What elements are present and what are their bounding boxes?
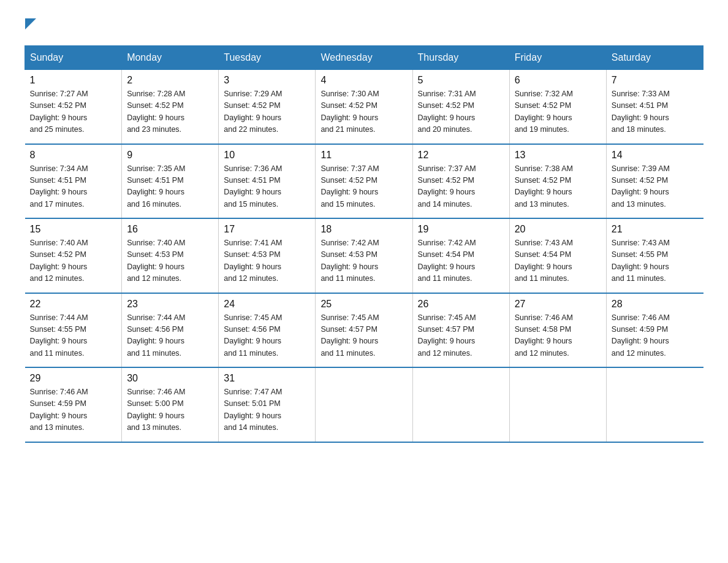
day-info: Sunrise: 7:42 AMSunset: 4:53 PMDaylight:…: [320, 239, 379, 283]
calendar-cell: 17 Sunrise: 7:41 AMSunset: 4:53 PMDaylig…: [219, 218, 316, 293]
day-number: 31: [224, 373, 310, 384]
day-number: 21: [612, 224, 699, 235]
day-info: Sunrise: 7:27 AMSunset: 4:52 PMDaylight:…: [30, 90, 88, 134]
logo: [25, 18, 37, 34]
calendar-week-row: 8 Sunrise: 7:34 AMSunset: 4:51 PMDayligh…: [25, 144, 703, 219]
day-number: 22: [30, 299, 117, 310]
calendar-cell: 20 Sunrise: 7:43 AMSunset: 4:54 PMDaylig…: [509, 218, 606, 293]
day-info: Sunrise: 7:46 AMSunset: 4:58 PMDaylight:…: [515, 313, 573, 358]
weekday-header-friday: Friday: [509, 46, 606, 70]
weekday-header-row: SundayMondayTuesdayWednesdayThursdayFrid…: [25, 46, 703, 70]
weekday-header-tuesday: Tuesday: [219, 46, 316, 70]
day-info: Sunrise: 7:45 AMSunset: 4:57 PMDaylight:…: [320, 313, 379, 358]
calendar-cell: 21 Sunrise: 7:43 AMSunset: 4:55 PMDaylig…: [606, 218, 703, 293]
calendar-cell: 1 Sunrise: 7:27 AMSunset: 4:52 PMDayligh…: [25, 70, 122, 144]
day-info: Sunrise: 7:29 AMSunset: 4:52 PMDaylight:…: [224, 90, 282, 134]
day-number: 19: [418, 224, 504, 235]
calendar-cell: 4 Sunrise: 7:30 AMSunset: 4:52 PMDayligh…: [316, 70, 412, 144]
day-number: 4: [320, 75, 407, 86]
day-number: 20: [515, 224, 601, 235]
calendar-week-row: 15 Sunrise: 7:40 AMSunset: 4:52 PMDaylig…: [25, 218, 703, 293]
day-info: Sunrise: 7:39 AMSunset: 4:52 PMDaylight:…: [612, 164, 670, 209]
day-number: 8: [30, 150, 117, 161]
logo-area: [25, 18, 37, 33]
day-number: 2: [127, 75, 213, 86]
calendar-cell: 19 Sunrise: 7:42 AMSunset: 4:54 PMDaylig…: [412, 218, 509, 293]
day-number: 1: [30, 75, 117, 86]
calendar-cell: 26 Sunrise: 7:45 AMSunset: 4:57 PMDaylig…: [412, 293, 509, 368]
day-info: Sunrise: 7:43 AMSunset: 4:55 PMDaylight:…: [612, 239, 670, 283]
day-info: Sunrise: 7:31 AMSunset: 4:52 PMDaylight:…: [418, 90, 476, 134]
day-info: Sunrise: 7:35 AMSunset: 4:51 PMDaylight:…: [127, 164, 185, 209]
day-info: Sunrise: 7:30 AMSunset: 4:52 PMDaylight:…: [320, 90, 379, 134]
day-info: Sunrise: 7:40 AMSunset: 4:53 PMDaylight:…: [127, 239, 185, 283]
calendar-week-row: 29 Sunrise: 7:46 AMSunset: 4:59 PMDaylig…: [25, 367, 703, 442]
day-info: Sunrise: 7:38 AMSunset: 4:52 PMDaylight:…: [515, 164, 573, 209]
day-number: 30: [127, 373, 213, 384]
day-number: 25: [320, 299, 407, 310]
calendar-cell: 7 Sunrise: 7:33 AMSunset: 4:51 PMDayligh…: [606, 70, 703, 144]
day-info: Sunrise: 7:44 AMSunset: 4:55 PMDaylight:…: [30, 313, 88, 358]
day-info: Sunrise: 7:43 AMSunset: 4:54 PMDaylight:…: [515, 239, 573, 283]
day-number: 16: [127, 224, 213, 235]
day-number: 14: [612, 150, 699, 161]
calendar-cell: 6 Sunrise: 7:32 AMSunset: 4:52 PMDayligh…: [509, 70, 606, 144]
calendar-cell: 13 Sunrise: 7:38 AMSunset: 4:52 PMDaylig…: [509, 144, 606, 219]
day-number: 27: [515, 299, 601, 310]
svg-marker-0: [25, 18, 36, 29]
weekday-header-thursday: Thursday: [412, 46, 509, 70]
calendar-cell: 14 Sunrise: 7:39 AMSunset: 4:52 PMDaylig…: [606, 144, 703, 219]
calendar-cell: 3 Sunrise: 7:29 AMSunset: 4:52 PMDayligh…: [219, 70, 316, 144]
calendar-cell: 16 Sunrise: 7:40 AMSunset: 4:53 PMDaylig…: [122, 218, 219, 293]
day-number: 13: [515, 150, 601, 161]
day-info: Sunrise: 7:37 AMSunset: 4:52 PMDaylight:…: [320, 164, 379, 209]
day-number: 10: [224, 150, 310, 161]
day-number: 26: [418, 299, 504, 310]
day-info: Sunrise: 7:32 AMSunset: 4:52 PMDaylight:…: [515, 90, 573, 134]
day-info: Sunrise: 7:46 AMSunset: 4:59 PMDaylight:…: [612, 313, 670, 358]
calendar-body: 1 Sunrise: 7:27 AMSunset: 4:52 PMDayligh…: [25, 70, 703, 442]
calendar-cell: 24 Sunrise: 7:45 AMSunset: 4:56 PMDaylig…: [219, 293, 316, 368]
calendar-week-row: 1 Sunrise: 7:27 AMSunset: 4:52 PMDayligh…: [25, 70, 703, 144]
day-info: Sunrise: 7:47 AMSunset: 5:01 PMDaylight:…: [224, 388, 282, 432]
day-number: 15: [30, 224, 117, 235]
calendar-cell: 5 Sunrise: 7:31 AMSunset: 4:52 PMDayligh…: [412, 70, 509, 144]
day-number: 11: [320, 150, 407, 161]
weekday-header-monday: Monday: [122, 46, 219, 70]
calendar-cell: 23 Sunrise: 7:44 AMSunset: 4:56 PMDaylig…: [122, 293, 219, 368]
day-info: Sunrise: 7:34 AMSunset: 4:51 PMDaylight:…: [30, 164, 88, 209]
day-info: Sunrise: 7:28 AMSunset: 4:52 PMDaylight:…: [127, 90, 185, 134]
calendar-cell: 12 Sunrise: 7:37 AMSunset: 4:52 PMDaylig…: [412, 144, 509, 219]
calendar-cell: 25 Sunrise: 7:45 AMSunset: 4:57 PMDaylig…: [316, 293, 412, 368]
day-number: 12: [418, 150, 504, 161]
calendar-cell: 29 Sunrise: 7:46 AMSunset: 4:59 PMDaylig…: [25, 367, 122, 442]
weekday-header-sunday: Sunday: [25, 46, 122, 70]
day-info: Sunrise: 7:40 AMSunset: 4:52 PMDaylight:…: [30, 239, 88, 283]
calendar-week-row: 22 Sunrise: 7:44 AMSunset: 4:55 PMDaylig…: [25, 293, 703, 368]
calendar-cell: [412, 367, 509, 442]
page-header: [25, 18, 703, 33]
logo-triangle-icon: [25, 18, 37, 32]
day-info: Sunrise: 7:33 AMSunset: 4:51 PMDaylight:…: [612, 90, 670, 134]
day-info: Sunrise: 7:44 AMSunset: 4:56 PMDaylight:…: [127, 313, 185, 358]
day-info: Sunrise: 7:36 AMSunset: 4:51 PMDaylight:…: [224, 164, 282, 209]
calendar-cell: 8 Sunrise: 7:34 AMSunset: 4:51 PMDayligh…: [25, 144, 122, 219]
day-number: 29: [30, 373, 117, 384]
day-info: Sunrise: 7:45 AMSunset: 4:57 PMDaylight:…: [418, 313, 476, 358]
day-info: Sunrise: 7:46 AMSunset: 5:00 PMDaylight:…: [127, 388, 185, 432]
calendar-cell: 31 Sunrise: 7:47 AMSunset: 5:01 PMDaylig…: [219, 367, 316, 442]
day-number: 18: [320, 224, 407, 235]
day-info: Sunrise: 7:46 AMSunset: 4:59 PMDaylight:…: [30, 388, 88, 432]
calendar-cell: [606, 367, 703, 442]
day-number: 7: [612, 75, 699, 86]
calendar-cell: 27 Sunrise: 7:46 AMSunset: 4:58 PMDaylig…: [509, 293, 606, 368]
calendar-cell: 11 Sunrise: 7:37 AMSunset: 4:52 PMDaylig…: [316, 144, 412, 219]
calendar-cell: [316, 367, 412, 442]
day-number: 6: [515, 75, 601, 86]
weekday-header-wednesday: Wednesday: [316, 46, 412, 70]
day-number: 17: [224, 224, 310, 235]
day-number: 28: [612, 299, 699, 310]
calendar-cell: 28 Sunrise: 7:46 AMSunset: 4:59 PMDaylig…: [606, 293, 703, 368]
calendar-cell: 10 Sunrise: 7:36 AMSunset: 4:51 PMDaylig…: [219, 144, 316, 219]
calendar-cell: 15 Sunrise: 7:40 AMSunset: 4:52 PMDaylig…: [25, 218, 122, 293]
